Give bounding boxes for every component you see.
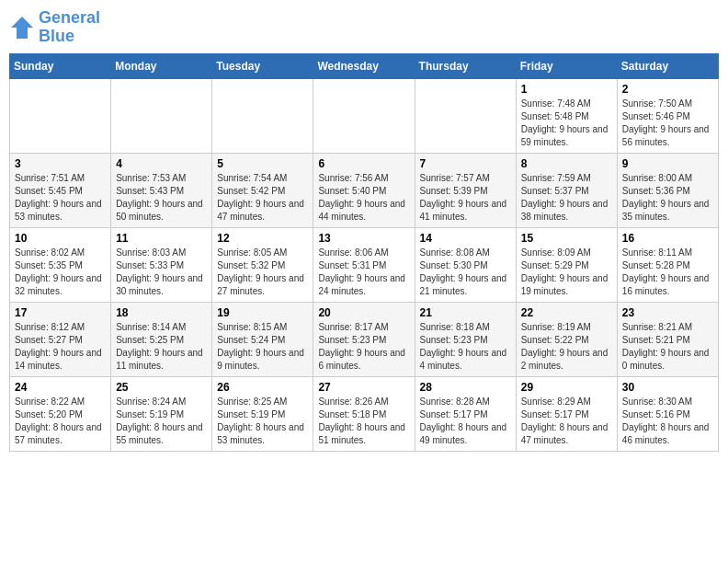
day-number: 7	[420, 157, 511, 170]
day-number: 15	[521, 232, 612, 245]
calendar-cell: 7Sunrise: 7:57 AM Sunset: 5:39 PM Daylig…	[415, 153, 516, 227]
calendar-cell: 1Sunrise: 7:48 AM Sunset: 5:48 PM Daylig…	[516, 78, 617, 153]
day-info: Sunrise: 7:54 AM Sunset: 5:42 PM Dayligh…	[217, 172, 308, 224]
day-info: Sunrise: 8:09 AM Sunset: 5:29 PM Dayligh…	[521, 247, 612, 298]
calendar-cell: 20Sunrise: 8:17 AM Sunset: 5:23 PM Dayli…	[313, 302, 415, 376]
day-number: 10	[15, 232, 106, 245]
calendar-cell	[10, 78, 111, 153]
calendar-cell: 29Sunrise: 8:29 AM Sunset: 5:17 PM Dayli…	[516, 376, 617, 451]
day-info: Sunrise: 8:19 AM Sunset: 5:22 PM Dayligh…	[521, 321, 612, 373]
day-info: Sunrise: 8:08 AM Sunset: 5:30 PM Dayligh…	[420, 247, 511, 298]
calendar-cell: 23Sunrise: 8:21 AM Sunset: 5:21 PM Dayli…	[617, 302, 718, 376]
calendar-cell	[212, 78, 313, 153]
calendar-week: 24Sunrise: 8:22 AM Sunset: 5:20 PM Dayli…	[10, 376, 719, 451]
calendar-cell: 4Sunrise: 7:53 AM Sunset: 5:43 PM Daylig…	[111, 153, 212, 227]
day-number: 5	[217, 157, 308, 170]
day-number: 26	[217, 381, 308, 394]
day-info: Sunrise: 8:03 AM Sunset: 5:33 PM Dayligh…	[116, 247, 207, 298]
day-number: 28	[420, 381, 511, 394]
calendar-cell: 24Sunrise: 8:22 AM Sunset: 5:20 PM Dayli…	[10, 376, 111, 451]
day-number: 4	[116, 157, 207, 170]
day-info: Sunrise: 8:00 AM Sunset: 5:36 PM Dayligh…	[622, 172, 713, 224]
calendar-cell	[415, 78, 516, 153]
day-info: Sunrise: 8:21 AM Sunset: 5:21 PM Dayligh…	[622, 321, 713, 373]
weekday-header-cell: Wednesday	[313, 53, 415, 78]
day-number: 24	[15, 381, 106, 394]
day-number: 9	[622, 157, 713, 170]
calendar-week: 3Sunrise: 7:51 AM Sunset: 5:45 PM Daylig…	[10, 153, 719, 227]
day-info: Sunrise: 7:59 AM Sunset: 5:37 PM Dayligh…	[521, 172, 612, 224]
day-info: Sunrise: 8:02 AM Sunset: 5:35 PM Dayligh…	[15, 247, 106, 298]
calendar-body: 1Sunrise: 7:48 AM Sunset: 5:48 PM Daylig…	[10, 78, 719, 451]
day-info: Sunrise: 7:53 AM Sunset: 5:43 PM Dayligh…	[116, 172, 207, 224]
day-info: Sunrise: 8:14 AM Sunset: 5:25 PM Dayligh…	[116, 321, 207, 373]
day-number: 11	[116, 232, 207, 245]
calendar: SundayMondayTuesdayWednesdayThursdayFrid…	[9, 53, 719, 452]
day-number: 22	[521, 306, 612, 319]
day-number: 12	[217, 232, 308, 245]
day-number: 25	[116, 381, 207, 394]
calendar-week: 1Sunrise: 7:48 AM Sunset: 5:48 PM Daylig…	[10, 78, 719, 153]
calendar-cell	[313, 78, 415, 153]
logo: General Blue	[9, 9, 100, 46]
calendar-cell: 8Sunrise: 7:59 AM Sunset: 5:37 PM Daylig…	[516, 153, 617, 227]
day-number: 18	[116, 306, 207, 319]
day-info: Sunrise: 8:11 AM Sunset: 5:28 PM Dayligh…	[622, 247, 713, 298]
logo-text: General Blue	[39, 9, 100, 46]
calendar-week: 10Sunrise: 8:02 AM Sunset: 5:35 PM Dayli…	[10, 227, 719, 302]
day-number: 17	[15, 306, 106, 319]
calendar-cell: 25Sunrise: 8:24 AM Sunset: 5:19 PM Dayli…	[111, 376, 212, 451]
calendar-cell: 30Sunrise: 8:30 AM Sunset: 5:16 PM Dayli…	[617, 376, 718, 451]
logo-icon	[9, 15, 35, 40]
weekday-header-cell: Sunday	[10, 53, 111, 78]
day-info: Sunrise: 7:56 AM Sunset: 5:40 PM Dayligh…	[318, 172, 409, 224]
day-number: 6	[318, 157, 409, 170]
day-info: Sunrise: 7:48 AM Sunset: 5:48 PM Dayligh…	[521, 98, 612, 149]
day-info: Sunrise: 8:24 AM Sunset: 5:19 PM Dayligh…	[116, 396, 207, 447]
day-info: Sunrise: 8:12 AM Sunset: 5:27 PM Dayligh…	[15, 321, 106, 373]
calendar-cell: 16Sunrise: 8:11 AM Sunset: 5:28 PM Dayli…	[617, 227, 718, 302]
calendar-cell: 26Sunrise: 8:25 AM Sunset: 5:19 PM Dayli…	[212, 376, 313, 451]
day-number: 1	[521, 83, 612, 96]
weekday-header-cell: Friday	[516, 53, 617, 78]
day-info: Sunrise: 8:28 AM Sunset: 5:17 PM Dayligh…	[420, 396, 511, 447]
day-number: 8	[521, 157, 612, 170]
day-number: 29	[521, 381, 612, 394]
day-number: 2	[622, 83, 713, 96]
day-info: Sunrise: 8:29 AM Sunset: 5:17 PM Dayligh…	[521, 396, 612, 447]
day-info: Sunrise: 8:17 AM Sunset: 5:23 PM Dayligh…	[318, 321, 409, 373]
calendar-cell: 13Sunrise: 8:06 AM Sunset: 5:31 PM Dayli…	[313, 227, 415, 302]
day-info: Sunrise: 8:05 AM Sunset: 5:32 PM Dayligh…	[217, 247, 308, 298]
day-info: Sunrise: 8:26 AM Sunset: 5:18 PM Dayligh…	[318, 396, 409, 447]
day-number: 16	[622, 232, 713, 245]
weekday-header-cell: Monday	[111, 53, 212, 78]
calendar-cell: 2Sunrise: 7:50 AM Sunset: 5:46 PM Daylig…	[617, 78, 718, 153]
day-info: Sunrise: 8:18 AM Sunset: 5:23 PM Dayligh…	[420, 321, 511, 373]
calendar-cell: 19Sunrise: 8:15 AM Sunset: 5:24 PM Dayli…	[212, 302, 313, 376]
calendar-cell: 6Sunrise: 7:56 AM Sunset: 5:40 PM Daylig…	[313, 153, 415, 227]
day-number: 13	[318, 232, 409, 245]
calendar-cell: 11Sunrise: 8:03 AM Sunset: 5:33 PM Dayli…	[111, 227, 212, 302]
day-info: Sunrise: 8:15 AM Sunset: 5:24 PM Dayligh…	[217, 321, 308, 373]
day-info: Sunrise: 8:06 AM Sunset: 5:31 PM Dayligh…	[318, 247, 409, 298]
day-number: 30	[622, 381, 713, 394]
day-number: 14	[420, 232, 511, 245]
calendar-cell: 12Sunrise: 8:05 AM Sunset: 5:32 PM Dayli…	[212, 227, 313, 302]
calendar-cell: 10Sunrise: 8:02 AM Sunset: 5:35 PM Dayli…	[10, 227, 111, 302]
day-info: Sunrise: 8:22 AM Sunset: 5:20 PM Dayligh…	[15, 396, 106, 447]
day-number: 3	[15, 157, 106, 170]
day-number: 27	[318, 381, 409, 394]
day-info: Sunrise: 8:25 AM Sunset: 5:19 PM Dayligh…	[217, 396, 308, 447]
svg-marker-0	[11, 17, 33, 39]
calendar-cell: 9Sunrise: 8:00 AM Sunset: 5:36 PM Daylig…	[617, 153, 718, 227]
day-info: Sunrise: 7:51 AM Sunset: 5:45 PM Dayligh…	[15, 172, 106, 224]
calendar-cell: 5Sunrise: 7:54 AM Sunset: 5:42 PM Daylig…	[212, 153, 313, 227]
weekday-header: SundayMondayTuesdayWednesdayThursdayFrid…	[10, 53, 719, 78]
calendar-cell: 27Sunrise: 8:26 AM Sunset: 5:18 PM Dayli…	[313, 376, 415, 451]
header: General Blue	[9, 9, 719, 46]
day-info: Sunrise: 7:57 AM Sunset: 5:39 PM Dayligh…	[420, 172, 511, 224]
day-number: 23	[622, 306, 713, 319]
day-number: 21	[420, 306, 511, 319]
day-info: Sunrise: 8:30 AM Sunset: 5:16 PM Dayligh…	[622, 396, 713, 447]
calendar-cell: 28Sunrise: 8:28 AM Sunset: 5:17 PM Dayli…	[415, 376, 516, 451]
